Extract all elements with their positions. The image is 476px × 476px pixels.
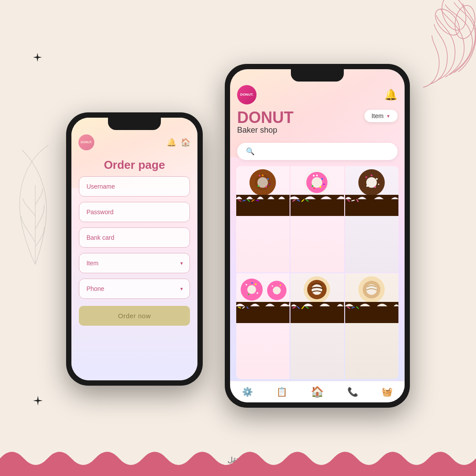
order-page-title: Order page xyxy=(104,158,165,171)
product-card-6[interactable] xyxy=(345,273,398,379)
drip-svg-2 xyxy=(290,195,344,204)
donut-dark-sprinkle xyxy=(357,168,386,197)
list-nav-icon[interactable]: 📋 xyxy=(276,387,287,397)
svg-point-40 xyxy=(251,282,253,284)
svg-point-28 xyxy=(365,176,367,178)
svg-point-38 xyxy=(257,292,258,294)
donut-pink-double-1 xyxy=(240,278,264,302)
product-card-4[interactable] xyxy=(236,273,290,379)
order-screen: DONUT. 🔔 🏠 Order page xyxy=(71,118,197,380)
username-input[interactable] xyxy=(79,176,190,197)
bottom-wave xyxy=(0,441,476,476)
svg-point-23 xyxy=(316,175,318,176)
svg-point-39 xyxy=(248,294,249,295)
shop-screen: DONUT. 🔔 DONUT Baker shop Item ▼ xyxy=(230,69,405,402)
right-phone: DONUT. 🔔 DONUT Baker shop Item ▼ xyxy=(225,64,410,408)
svg-point-32 xyxy=(371,175,372,176)
svg-point-12 xyxy=(265,186,267,188)
svg-point-21 xyxy=(320,186,321,188)
shop-logo: DONUT. xyxy=(237,85,257,104)
svg-point-44 xyxy=(280,284,281,286)
donut-chocolate-glazed xyxy=(303,275,331,304)
svg-point-33 xyxy=(378,184,379,185)
donut-chocolate-sprinkle xyxy=(249,168,277,197)
drip-svg-5 xyxy=(290,302,344,311)
phone-select-wrapper: Phone ▼ xyxy=(79,279,190,299)
notch-left xyxy=(108,118,161,130)
item-select[interactable]: Item xyxy=(79,253,190,273)
product-card-5[interactable] xyxy=(290,273,344,379)
item-badge[interactable]: Item ▼ xyxy=(364,110,398,122)
donut-pink-double-2 xyxy=(266,280,287,301)
svg-point-43 xyxy=(272,285,273,286)
svg-point-15 xyxy=(269,184,271,185)
product-grid xyxy=(236,166,398,379)
search-bar: 🔍 xyxy=(237,143,398,160)
svg-point-35 xyxy=(247,285,256,294)
item-select-wrapper: Item ▼ xyxy=(79,253,190,273)
bank-card-input[interactable] xyxy=(79,227,190,248)
shop-title-area: DONUT Baker shop Item ▼ xyxy=(230,108,405,138)
shop-subtitle: Baker shop xyxy=(237,126,294,135)
svg-point-37 xyxy=(255,283,257,285)
password-input[interactable] xyxy=(79,202,190,222)
search-input[interactable] xyxy=(258,148,389,155)
svg-point-22 xyxy=(312,185,313,187)
drip-svg-3 xyxy=(345,195,398,204)
svg-point-29 xyxy=(376,178,378,180)
product-card-2[interactable] xyxy=(290,166,344,272)
drip-svg xyxy=(236,195,290,204)
svg-point-11 xyxy=(267,178,269,180)
shop-title-text: DONUT Baker shop xyxy=(237,110,294,135)
bottom-nav: ⚙️ 📋 🏠 📞 🧺 xyxy=(230,381,405,402)
phone-nav-icon[interactable]: 📞 xyxy=(347,387,358,397)
donut-pink-sprinkle xyxy=(303,168,331,197)
svg-point-31 xyxy=(366,185,368,187)
svg-point-24 xyxy=(324,184,325,185)
home-nav-icon[interactable]: 🏠 xyxy=(311,386,324,398)
svg-point-25 xyxy=(314,188,315,189)
svg-point-14 xyxy=(262,175,264,176)
svg-point-30 xyxy=(374,186,376,188)
item-badge-arrow: ▼ xyxy=(386,114,390,119)
svg-point-36 xyxy=(245,284,247,286)
svg-point-47 xyxy=(312,284,322,295)
product-card-3[interactable] xyxy=(345,166,398,272)
settings-nav-icon[interactable]: ⚙️ xyxy=(242,387,253,397)
svg-point-13 xyxy=(257,185,259,187)
svg-point-9 xyxy=(255,175,271,190)
order-now-button[interactable]: Order now xyxy=(79,306,190,326)
search-icon: 🔍 xyxy=(246,147,255,156)
svg-point-20 xyxy=(321,178,323,180)
svg-point-1 xyxy=(453,4,476,40)
svg-point-42 xyxy=(273,286,281,294)
item-badge-label: Item xyxy=(372,112,383,119)
order-form: Item ▼ Phone ▼ xyxy=(79,176,190,299)
cart-nav-icon[interactable]: 🧺 xyxy=(382,387,393,397)
donut-plain-glazed xyxy=(357,275,386,304)
left-phone: DONUT. 🔔 🏠 Order page xyxy=(66,112,203,386)
bell-icon-right[interactable]: 🔔 xyxy=(384,89,398,101)
phone-select[interactable]: Phone xyxy=(79,279,190,299)
product-card-1[interactable] xyxy=(236,166,290,272)
notch-right xyxy=(291,69,344,82)
drip-svg-6 xyxy=(345,302,398,311)
shop-name: DONUT xyxy=(237,110,294,126)
